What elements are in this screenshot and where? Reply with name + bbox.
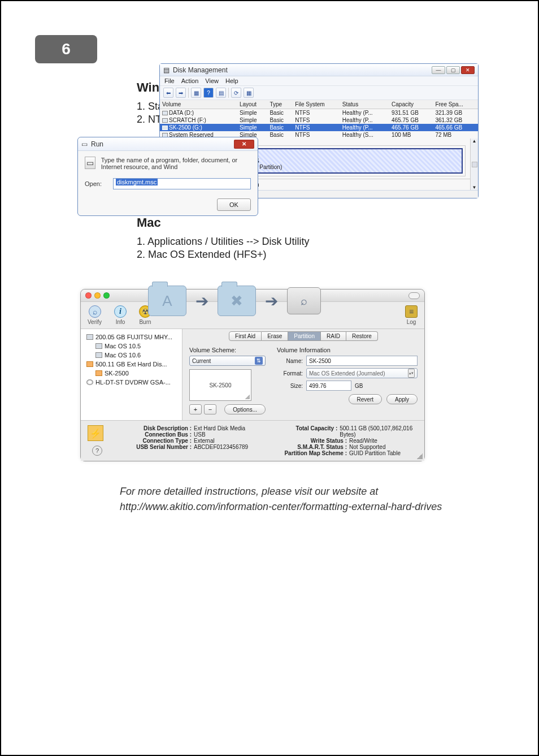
run-open-label: Open: [85, 180, 107, 187]
table-row[interactable]: SK-2500 (G:)SimpleBasicNTFSHealthy (P...… [160, 124, 478, 131]
sidebar-item[interactable]: 200.05 GB FUJITSU MHY... [81, 332, 182, 342]
size-label: Size: [277, 383, 303, 389]
ok-button[interactable]: OK [217, 198, 251, 211]
name-label: Name: [277, 358, 303, 364]
applications-folder-icon: A [148, 286, 186, 316]
select-stepper-icon: ▴▾ [408, 369, 415, 378]
run-open-input[interactable]: diskmgmt.msc [113, 178, 251, 189]
help-icon[interactable]: ? [92, 446, 102, 456]
maximize-button[interactable]: ▢ [446, 66, 460, 74]
tab-restore[interactable]: Restore [346, 331, 378, 341]
arrow-icon: ➔ [195, 292, 208, 310]
run-dialog: ▭ Run ✕ ▭ Type the name of a program, fo… [77, 137, 258, 216]
sidebar-item[interactable]: Mac OS 10.6 [81, 351, 182, 360]
volume-table: Volume Layout Type File System Status Ca… [160, 100, 478, 139]
table-row[interactable]: SCRATCH (F:)SimpleBasicNTFSHealthy (P...… [160, 116, 478, 124]
mac-screenshot: A ➔ ✖ ➔ ⌕ ⌕Verify i [69, 289, 504, 461]
revert-button[interactable]: Revert [349, 394, 382, 404]
size-unit: GB [355, 383, 363, 389]
list-icon[interactable]: ▤ [216, 88, 226, 98]
close-icon[interactable] [85, 292, 92, 299]
resize-grip-icon[interactable] [417, 453, 423, 459]
arrow-icon: ➔ [265, 292, 278, 310]
menu-action[interactable]: Action [181, 77, 199, 84]
close-button[interactable]: ✕ [461, 66, 475, 74]
size-input[interactable]: 499.76 [306, 381, 351, 391]
menu-view[interactable]: View [205, 77, 219, 84]
tab-bar: First AidErasePartitionRAIDRestore [189, 331, 418, 341]
utilities-folder-icon: ✖ [218, 286, 256, 316]
disk-icon [86, 379, 93, 385]
zoom-icon[interactable] [103, 292, 110, 299]
back-icon[interactable]: ⬅ [163, 88, 173, 98]
info-button[interactable]: iInfo [114, 305, 127, 325]
disk-info-panel: ⚡ ? Disk Description :Ext Hard Disk Medi… [81, 420, 424, 461]
format-label: Format: [277, 370, 303, 377]
close-button[interactable]: ✕ [234, 140, 254, 149]
sidebar-item[interactable]: 500.11 GB Ext Hard Dis... [81, 360, 182, 369]
format-select[interactable]: Mac OS Extended (Journaled) ▴▾ [306, 368, 418, 378]
sidebar-item[interactable]: Mac OS 10.5 [81, 342, 182, 351]
col-volume[interactable]: Volume [160, 100, 237, 109]
sidebar-item[interactable]: SK-2500 [81, 369, 182, 378]
toolbar: ⬅ ➡ ▦ ? ▤ ⟳ ▦ [160, 86, 478, 100]
dropdown-arrow-icon: ⇅ [255, 357, 263, 365]
windows-screenshot: ▭ Run ✕ ▭ Type the name of a program, fo… [69, 137, 521, 198]
disk-icon [95, 352, 102, 358]
refresh-icon[interactable]: ⟳ [231, 88, 241, 98]
disk-management-title: Disk Management [173, 66, 432, 74]
col-free[interactable]: Free Spa... [433, 100, 478, 109]
col-status[interactable]: Status [340, 100, 389, 109]
toolbar-toggle-button[interactable] [408, 292, 420, 299]
forward-icon[interactable]: ➡ [176, 88, 186, 98]
usb-disk-icon: ⚡ [88, 425, 103, 441]
mac-heading: Mac [137, 215, 504, 230]
partition-layout-box[interactable]: SK-2500 [189, 369, 251, 401]
mac-step-1: 1. Applications / Utilities --> Disk Uti… [137, 236, 504, 248]
menu-help[interactable]: Help [225, 77, 238, 84]
disk-utility-app-icon: ⌕ [287, 287, 321, 314]
table-row[interactable]: DATA (D:)SimpleBasicNTFSHealthy (P...931… [160, 109, 478, 117]
disk-icon [86, 334, 93, 340]
apply-button[interactable]: Apply [386, 394, 418, 404]
disk-management-icon: ▤ [163, 66, 169, 74]
tab-erase[interactable]: Erase [262, 331, 288, 341]
disk-icon [95, 343, 102, 349]
scrollbar[interactable]: ▲▼ [470, 139, 478, 190]
tab-partition[interactable]: Partition [288, 331, 321, 341]
disk-icon [95, 370, 102, 376]
mac-step-2: 2. Mac OS Extended (HFS+) [137, 249, 504, 261]
menu-file[interactable]: File [164, 77, 175, 84]
col-capacity[interactable]: Capacity [389, 100, 433, 109]
minimize-button[interactable]: — [432, 66, 445, 74]
name-input[interactable]: SK-2500 [306, 356, 418, 366]
col-filesystem[interactable]: File System [293, 100, 340, 109]
volume-scheme-label: Volume Scheme: [189, 347, 266, 353]
verify-button[interactable]: ⌕Verify [88, 305, 102, 325]
col-type[interactable]: Type [267, 100, 293, 109]
grid-icon[interactable]: ▦ [244, 88, 254, 98]
tab-raid[interactable]: RAID [321, 331, 346, 341]
add-partition-button[interactable]: + [189, 404, 202, 414]
run-icon: ▭ [81, 140, 88, 148]
minimize-icon[interactable] [94, 292, 101, 299]
run-dialog-title: Run [91, 140, 234, 148]
volume-information-label: Volume Information [277, 347, 418, 353]
log-button[interactable]: ≡Log [405, 305, 418, 325]
options-button[interactable]: Options... [224, 404, 266, 414]
volume-scheme-select[interactable]: Current ⇅ [189, 356, 266, 366]
footer-text: For more detailled instructions, please … [120, 484, 504, 515]
col-layout[interactable]: Layout [237, 100, 267, 109]
page-number: 6 [35, 35, 97, 63]
run-hint-text: Type the name of a program, folder, docu… [101, 157, 251, 170]
sidebar-item[interactable]: HL-DT-ST DVDRW GSA-... [81, 378, 182, 387]
disk-icon [86, 361, 93, 367]
sidebar: 200.05 GB FUJITSU MHY...Mac OS 10.5Mac O… [81, 329, 182, 420]
menu-bar: File Action View Help [160, 76, 478, 86]
help-icon[interactable]: ? [203, 88, 214, 98]
tab-first-aid[interactable]: First Aid [229, 331, 262, 341]
table-icon[interactable]: ▦ [191, 88, 201, 98]
remove-partition-button[interactable]: − [204, 404, 216, 414]
run-program-icon: ▭ [85, 157, 95, 169]
